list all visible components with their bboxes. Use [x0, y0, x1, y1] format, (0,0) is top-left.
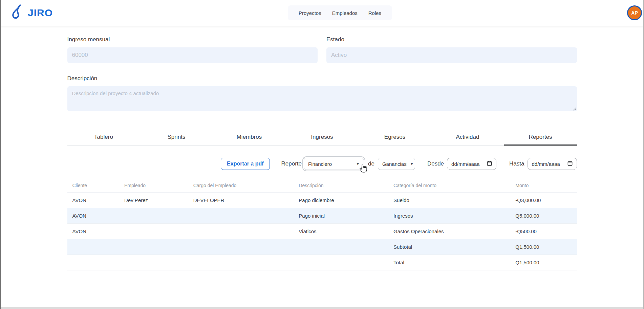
tab-egresos[interactable]: Egresos: [359, 130, 431, 146]
cell-descripcion: [294, 255, 388, 270]
estado-input[interactable]: [326, 47, 577, 63]
table-row: AVON Dev Perez DEVELOPER Pago diciembre …: [67, 193, 577, 208]
cell-categoria: Sueldo: [388, 193, 510, 208]
user-avatar[interactable]: AP: [627, 5, 642, 20]
project-tabs: Tablero Sprints Miembros Ingresos Egreso…: [67, 130, 577, 146]
cell-monto: -Q500.00: [510, 224, 577, 239]
ingreso-field-group: Ingreso mensual: [67, 36, 318, 63]
cell-cliente: [67, 239, 120, 255]
table-row-subtotal: Subtotal Q1,500.00: [67, 239, 577, 255]
estado-label: Estado: [326, 36, 577, 43]
hasta-date-input[interactable]: dd/mm/aaaa: [528, 158, 577, 170]
nav-item-roles[interactable]: Roles: [363, 10, 387, 16]
tab-reportes[interactable]: Reportes: [504, 130, 577, 146]
cell-descripcion: Pago inicial: [294, 208, 388, 224]
table-row: AVON Viaticos Gastos Operacionales -Q500…: [67, 224, 577, 239]
cell-monto: Q1,500.00: [510, 255, 577, 270]
reporte-select-value: Financiero: [308, 161, 332, 167]
tipo-select-value: Ganancias: [382, 161, 407, 167]
ingreso-label: Ingreso mensual: [67, 36, 318, 43]
tab-miembros[interactable]: Miembros: [213, 130, 286, 146]
desde-date-value: dd/mm/aaaa: [451, 161, 479, 167]
de-label: de: [368, 160, 374, 167]
cell-empleado: [119, 239, 188, 255]
app-page: JIRO Proyectos Empleados Roles AP Ingres…: [0, 0, 644, 309]
main-content: Ingreso mensual Estado Descripción: [67, 26, 577, 270]
col-header-categoria: Categoría del monto: [388, 179, 510, 193]
nav-item-empleados[interactable]: Empleados: [327, 10, 363, 16]
tab-tablero[interactable]: Tablero: [67, 130, 140, 146]
table-row-total: Total Q1,500.00: [67, 255, 577, 270]
cell-categoria: Subtotal: [388, 239, 510, 255]
cell-monto: Q1,500.00: [510, 239, 577, 255]
cell-descripcion: Viaticos: [294, 224, 388, 239]
descripcion-label: Descripción: [67, 75, 577, 82]
col-header-monto: Monto: [510, 179, 577, 193]
tab-sprints[interactable]: Sprints: [140, 130, 213, 146]
table-header-row: Cliente Empleado Cargo del Empleado Desc…: [67, 179, 577, 193]
estado-field-group: Estado: [326, 36, 577, 63]
col-header-cargo: Cargo del Empleado: [188, 179, 294, 193]
export-pdf-button[interactable]: Exportar a pdf: [221, 158, 270, 170]
project-form: Ingreso mensual Estado: [67, 36, 577, 63]
main-nav: Proyectos Empleados Roles: [288, 5, 392, 20]
cell-descripcion: [294, 239, 388, 255]
reporte-select[interactable]: Financiero ▼: [304, 158, 364, 170]
col-header-empleado: Empleado: [119, 179, 188, 193]
cell-cargo: [188, 239, 294, 255]
cell-empleado: [119, 255, 188, 270]
reporte-label: Reporte: [281, 160, 302, 167]
tipo-select[interactable]: Ganancias ▼: [378, 158, 415, 170]
chevron-down-icon: ▼: [410, 162, 414, 166]
brand-logo-icon: [9, 4, 24, 22]
calendar-icon[interactable]: [487, 161, 492, 167]
col-header-cliente: Cliente: [67, 179, 120, 193]
brand[interactable]: JIRO: [9, 4, 53, 22]
report-table: Cliente Empleado Cargo del Empleado Desc…: [67, 179, 577, 270]
table-row: AVON Pago inicial Ingresos Q5,000.00: [67, 208, 577, 224]
capture-edge-left: [0, 0, 1, 309]
cell-categoria: Total: [388, 255, 510, 270]
tab-actividad[interactable]: Actividad: [431, 130, 504, 146]
tab-ingresos[interactable]: Ingresos: [286, 130, 359, 146]
hasta-date-value: dd/mm/aaaa: [532, 161, 560, 167]
capture-edge-bottom: [0, 307, 644, 309]
calendar-icon[interactable]: [567, 161, 573, 167]
desde-date-input[interactable]: dd/mm/aaaa: [447, 158, 496, 170]
cell-categoria: Ingresos: [388, 208, 510, 224]
cell-empleado: [119, 208, 188, 224]
cell-categoria: Gastos Operacionales: [388, 224, 510, 239]
chevron-down-icon: ▼: [356, 162, 360, 166]
cell-empleado: Dev Perez: [119, 193, 188, 208]
cell-cargo: [188, 208, 294, 224]
cell-cargo: [188, 255, 294, 270]
cell-monto: -Q3,000.00: [510, 193, 577, 208]
navbar: JIRO Proyectos Empleados Roles AP: [0, 0, 644, 26]
hasta-label: Hasta: [509, 160, 524, 167]
cell-cliente: [67, 255, 120, 270]
cell-cliente: AVON: [67, 208, 120, 224]
cell-empleado: [119, 224, 188, 239]
descripcion-textarea[interactable]: [67, 86, 577, 111]
col-header-descripcion: Descripción: [294, 179, 388, 193]
descripcion-field-group: Descripción: [67, 75, 577, 113]
cell-monto: Q5,000.00: [510, 208, 577, 224]
cell-cliente: AVON: [67, 193, 120, 208]
desde-label: Desde: [427, 160, 444, 167]
cell-cargo: [188, 224, 294, 239]
nav-item-proyectos[interactable]: Proyectos: [293, 10, 327, 16]
cell-cargo: DEVELOPER: [188, 193, 294, 208]
report-controls: Exportar a pdf Reporte Financiero ▼ de G…: [67, 157, 577, 171]
brand-name: JIRO: [28, 7, 53, 19]
cell-cliente: AVON: [67, 224, 120, 239]
ingreso-input[interactable]: [67, 47, 318, 63]
resize-handle-icon[interactable]: [573, 106, 576, 112]
cell-descripcion: Pago diciembre: [294, 193, 388, 208]
